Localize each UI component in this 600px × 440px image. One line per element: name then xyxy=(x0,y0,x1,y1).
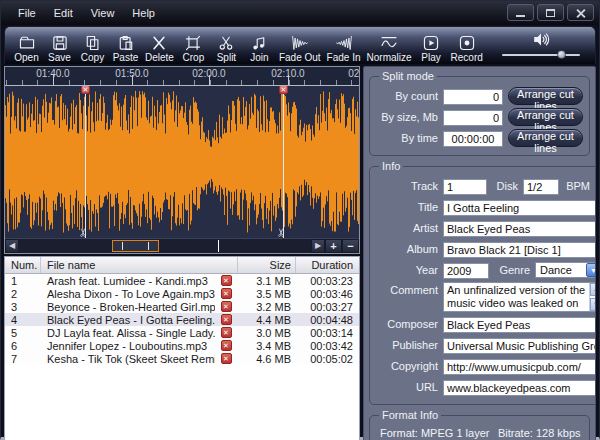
chevron-down-icon[interactable]: ▼ xyxy=(586,263,596,277)
fade-out-button[interactable]: Fade Out xyxy=(276,27,324,63)
copyright-input[interactable] xyxy=(443,359,596,375)
table-row[interactable]: 6Jennifer Lopez - Louboutins.mp3 3.4 MB0… xyxy=(5,339,359,352)
delete-x-icon xyxy=(149,34,169,52)
header-filename[interactable]: File name xyxy=(41,259,237,271)
floppy-disk-icon xyxy=(50,34,70,52)
delete-row-icon[interactable] xyxy=(221,301,232,312)
by-count-input[interactable] xyxy=(443,89,503,105)
toolbar: Open Save Copy Paste Delete Crop Split xyxy=(4,26,596,64)
copy-pages-icon xyxy=(83,34,103,52)
maximize-icon xyxy=(546,9,555,17)
delete-row-icon[interactable] xyxy=(221,288,232,299)
save-button[interactable]: Save xyxy=(43,27,76,63)
genre-dropdown[interactable]: Dance ▼ xyxy=(535,262,596,278)
music-notes-icon xyxy=(249,34,269,52)
minimize-button[interactable] xyxy=(507,4,534,21)
split-mode-title: Split mode xyxy=(379,70,437,82)
split-mode-group: Split mode By count Arrange cut lines By… xyxy=(369,70,590,156)
table-row-selected[interactable]: 4Black Eyed Peas - I Gotta Feeling.mp3 4… xyxy=(5,313,359,326)
cut-line-1[interactable] xyxy=(85,86,86,238)
minimize-icon xyxy=(516,15,525,17)
url-input[interactable] xyxy=(443,380,596,396)
delete-row-icon[interactable] xyxy=(221,314,232,325)
window-controls xyxy=(507,4,594,21)
arrange-cut-lines-size-button[interactable]: Arrange cut lines xyxy=(508,108,583,126)
cut-line-2[interactable] xyxy=(283,86,284,238)
position-marker xyxy=(218,240,219,252)
menu-help[interactable]: Help xyxy=(123,4,164,22)
minor-ticks xyxy=(6,80,359,85)
record-icon xyxy=(457,34,477,52)
year-input[interactable] xyxy=(443,263,489,279)
cut-marker-icon[interactable] xyxy=(81,86,90,94)
title-input[interactable] xyxy=(443,200,596,216)
fade-in-button[interactable]: Fade In xyxy=(324,27,364,63)
crop-button[interactable]: Crop xyxy=(177,27,210,63)
arrange-cut-lines-count-button[interactable]: Arrange cut lines xyxy=(508,87,583,105)
table-row[interactable]: 1Arash feat. Lumidee - Kandi.mp3 3.1 MB0… xyxy=(5,274,359,287)
scroll-up-icon[interactable]: ▲ xyxy=(590,283,596,296)
copy-button[interactable]: Copy xyxy=(76,27,109,63)
waveform-display[interactable] xyxy=(5,86,359,238)
comment-field[interactable]: An unfinalized version of the music vide… xyxy=(443,282,596,312)
folder-open-icon xyxy=(17,34,37,52)
by-time-input[interactable] xyxy=(443,131,503,147)
delete-row-icon[interactable] xyxy=(221,340,232,351)
publisher-input[interactable] xyxy=(443,338,596,354)
normalize-button[interactable]: Normalize xyxy=(364,27,415,63)
waveform-canvas[interactable] xyxy=(5,86,359,237)
scroll-left-button[interactable]: ◀ xyxy=(5,239,19,253)
bpm-input[interactable] xyxy=(595,179,596,195)
close-button[interactable] xyxy=(567,4,594,21)
timeline-ruler: 01:40.0 01:50.0 02:00.0 02:10.0 02:20.0 xyxy=(5,67,359,86)
speaker-icon xyxy=(530,31,552,48)
open-button[interactable]: Open xyxy=(10,27,43,63)
scroll-thumb[interactable] xyxy=(112,240,159,252)
volume-knob[interactable] xyxy=(557,50,566,59)
delete-row-icon[interactable] xyxy=(221,353,232,364)
artist-input[interactable] xyxy=(443,221,596,237)
split-button[interactable]: Split xyxy=(210,27,243,63)
delete-button[interactable]: Delete xyxy=(142,27,177,63)
track-input[interactable] xyxy=(443,179,487,195)
zoom-out-button[interactable]: − xyxy=(342,239,359,253)
play-button[interactable]: Play xyxy=(415,27,448,63)
album-input[interactable] xyxy=(443,242,596,258)
scroll-right-button[interactable]: ▶ xyxy=(311,239,325,253)
fade-out-wave-icon xyxy=(290,34,310,52)
cut-scissors-icon xyxy=(275,228,288,237)
close-icon xyxy=(576,8,586,18)
cut-scissors-icon xyxy=(77,228,90,237)
by-size-input[interactable] xyxy=(443,110,503,126)
menu-view[interactable]: View xyxy=(82,4,124,22)
table-row[interactable]: 5DJ Layla feat. Alissa - Single Lady.mp3… xyxy=(5,326,359,339)
zoom-in-button[interactable]: + xyxy=(325,239,342,253)
disk-input[interactable] xyxy=(523,179,559,195)
waveform-panel: 01:40.0 01:50.0 02:00.0 02:10.0 02:20.0 xyxy=(4,66,360,254)
scissors-icon xyxy=(216,34,236,52)
header-size[interactable]: Size xyxy=(237,257,295,273)
delete-row-icon[interactable] xyxy=(221,275,232,286)
scroll-track[interactable] xyxy=(19,239,311,253)
file-list-header: Num. File name Size Duration xyxy=(5,257,359,274)
menu-edit[interactable]: Edit xyxy=(45,4,82,22)
table-row[interactable]: 3Beyonce - Broken-Hearted Girl.mp3 3.2 M… xyxy=(5,300,359,313)
delete-row-icon[interactable] xyxy=(221,327,232,338)
record-button[interactable]: Record xyxy=(448,27,486,63)
volume-slider[interactable] xyxy=(502,50,580,59)
scroll-down-icon[interactable]: ▼ xyxy=(590,298,596,311)
header-num[interactable]: Num. xyxy=(5,257,41,273)
menu-file[interactable]: File xyxy=(9,4,45,22)
table-row[interactable]: 7Kesha - Tik Tok (Skeet Skeet Remix).mp3… xyxy=(5,352,359,365)
header-duration[interactable]: Duration xyxy=(295,257,359,273)
cut-marker-icon[interactable] xyxy=(279,86,288,94)
arrange-cut-lines-time-button[interactable]: Arrange cut lines xyxy=(508,129,583,147)
table-row[interactable]: 2Alesha Dixon - To Love Again.mp3 3.5 MB… xyxy=(5,287,359,300)
maximize-button[interactable] xyxy=(537,4,564,21)
composer-input[interactable] xyxy=(443,317,596,333)
waveform-scrollbar: ◀ ▶ + − xyxy=(5,238,359,253)
info-title: Info xyxy=(379,160,403,172)
volume-control xyxy=(502,31,590,59)
paste-button[interactable]: Paste xyxy=(109,27,142,63)
join-button[interactable]: Join xyxy=(243,27,276,63)
